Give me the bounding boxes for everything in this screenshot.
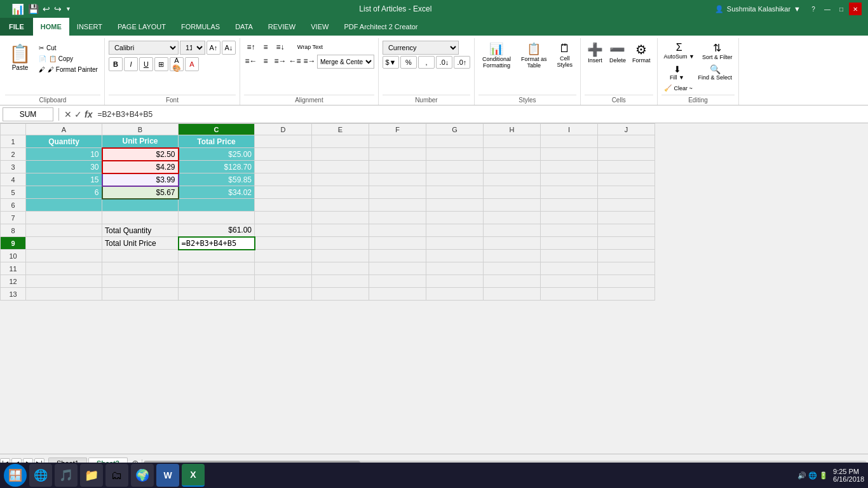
- maximize-button[interactable]: □: [835, 3, 848, 15]
- cell-J2[interactable]: [598, 148, 655, 161]
- cell-I8[interactable]: [541, 224, 598, 237]
- col-header-F[interactable]: F: [369, 124, 426, 135]
- taskbar-word[interactable]: W: [156, 464, 179, 487]
- insert-button[interactable]: ➕ Insert: [585, 41, 606, 65]
- format-painter-button[interactable]: 🖌 🖌 Format Painter: [36, 65, 100, 74]
- cell-B11[interactable]: [102, 262, 179, 275]
- cell-E13[interactable]: [312, 288, 369, 301]
- cell-C12[interactable]: [179, 275, 255, 288]
- cell-D10[interactable]: [255, 250, 312, 262]
- cell-A9[interactable]: [26, 237, 102, 250]
- col-header-B[interactable]: B: [102, 124, 179, 135]
- cell-D7[interactable]: [255, 212, 312, 224]
- cell-I12[interactable]: [541, 275, 598, 288]
- cut-button[interactable]: ✂ Cut: [36, 43, 100, 53]
- cell-B8[interactable]: Total Quantity: [102, 224, 179, 237]
- cell-G9[interactable]: [426, 237, 484, 250]
- format-as-table-button[interactable]: 📋 Format asTable: [517, 41, 551, 70]
- cell-I9[interactable]: [541, 237, 598, 250]
- tab-file[interactable]: FILE: [0, 18, 33, 36]
- dropdown-icon[interactable]: ▼: [64, 4, 72, 13]
- row-header-9[interactable]: 9: [1, 237, 26, 250]
- cell-I10[interactable]: [541, 250, 598, 262]
- font-size-select[interactable]: 11: [180, 41, 205, 55]
- cell-D11[interactable]: [255, 262, 312, 275]
- taskbar-browser[interactable]: 🌐: [29, 464, 52, 487]
- cell-E3[interactable]: [312, 161, 369, 173]
- cell-E4[interactable]: [312, 173, 369, 186]
- cell-H13[interactable]: [484, 288, 541, 301]
- cell-H12[interactable]: [484, 275, 541, 288]
- cell-G8[interactable]: [426, 224, 484, 237]
- taskbar-excel[interactable]: X: [182, 464, 205, 487]
- cell-H10[interactable]: [484, 250, 541, 262]
- cell-A5[interactable]: 6: [26, 186, 102, 199]
- cell-F13[interactable]: [369, 288, 426, 301]
- middle-align-button[interactable]: ≡: [259, 41, 273, 53]
- cell-B9[interactable]: Total Unit Price: [102, 237, 179, 250]
- clear-button[interactable]: 🧹 Clear ~: [661, 83, 695, 93]
- tab-insert[interactable]: INSERT: [69, 18, 110, 36]
- col-header-A[interactable]: A: [26, 124, 102, 135]
- align-left-button[interactable]: ≡←: [244, 55, 258, 67]
- decrease-indent-button[interactable]: ←≡: [288, 55, 302, 67]
- cell-G6[interactable]: [426, 199, 484, 212]
- cell-C5[interactable]: $34.02: [179, 186, 255, 199]
- cell-F11[interactable]: [369, 262, 426, 275]
- cell-J9[interactable]: [598, 237, 655, 250]
- row-header-10[interactable]: 10: [1, 250, 26, 262]
- cell-E1[interactable]: [312, 135, 369, 148]
- decrease-font-button[interactable]: A↓: [222, 41, 236, 55]
- cell-F8[interactable]: [369, 224, 426, 237]
- cell-G4[interactable]: [426, 173, 484, 186]
- cell-G1[interactable]: [426, 135, 484, 148]
- col-header-C[interactable]: C: [179, 124, 255, 135]
- fill-button[interactable]: ⬇ Fill ▼: [661, 63, 693, 82]
- cell-H4[interactable]: [484, 173, 541, 186]
- cell-C3[interactable]: $128.70: [179, 161, 255, 173]
- cell-C8[interactable]: $61.00: [179, 224, 255, 237]
- cell-C11[interactable]: [179, 262, 255, 275]
- conditional-formatting-button[interactable]: 📊 ConditionalFormatting: [478, 41, 515, 70]
- cell-I11[interactable]: [541, 262, 598, 275]
- cell-D1[interactable]: [255, 135, 312, 148]
- cell-H8[interactable]: [484, 224, 541, 237]
- cell-A7[interactable]: [26, 212, 102, 224]
- increase-decimal-button[interactable]: .0↑: [454, 56, 470, 69]
- cell-J3[interactable]: [598, 161, 655, 173]
- user-dropdown[interactable]: ▼: [794, 5, 801, 13]
- cell-B1[interactable]: Unit Price: [102, 135, 179, 148]
- cell-D3[interactable]: [255, 161, 312, 173]
- cell-A10[interactable]: [26, 250, 102, 262]
- cell-A4[interactable]: 15: [26, 173, 102, 186]
- cell-D9[interactable]: [255, 237, 312, 250]
- bottom-align-button[interactable]: ≡↓: [273, 41, 287, 53]
- col-header-H[interactable]: H: [484, 124, 541, 135]
- cell-C1[interactable]: Total Price: [179, 135, 255, 148]
- row-header-5[interactable]: 5: [1, 186, 26, 199]
- tab-home[interactable]: HOME: [33, 18, 69, 36]
- cell-I1[interactable]: [541, 135, 598, 148]
- row-header-1[interactable]: 1: [1, 135, 26, 148]
- bold-button[interactable]: B: [109, 57, 123, 71]
- dollar-button[interactable]: $▼: [383, 56, 399, 69]
- increase-indent-button[interactable]: ≡→: [302, 55, 316, 67]
- cell-F10[interactable]: [369, 250, 426, 262]
- percent-button[interactable]: %: [400, 56, 417, 69]
- cell-E9[interactable]: [312, 237, 369, 250]
- row-header-4[interactable]: 4: [1, 173, 26, 186]
- cell-A1[interactable]: Quantity: [26, 135, 102, 148]
- cell-C10[interactable]: [179, 250, 255, 262]
- decrease-decimal-button[interactable]: .0↓: [436, 56, 452, 69]
- cell-H1[interactable]: [484, 135, 541, 148]
- col-header-I[interactable]: I: [541, 124, 598, 135]
- undo-icon[interactable]: ↩: [41, 3, 51, 15]
- cell-I3[interactable]: [541, 161, 598, 173]
- cell-G2[interactable]: [426, 148, 484, 161]
- start-button[interactable]: 🪟: [4, 464, 27, 487]
- paste-button[interactable]: 📋 Paste: [5, 41, 35, 74]
- formula-input[interactable]: [95, 107, 865, 121]
- italic-button[interactable]: I: [124, 57, 138, 71]
- cell-E2[interactable]: [312, 148, 369, 161]
- merge-center-select[interactable]: Merge & Center: [317, 55, 374, 69]
